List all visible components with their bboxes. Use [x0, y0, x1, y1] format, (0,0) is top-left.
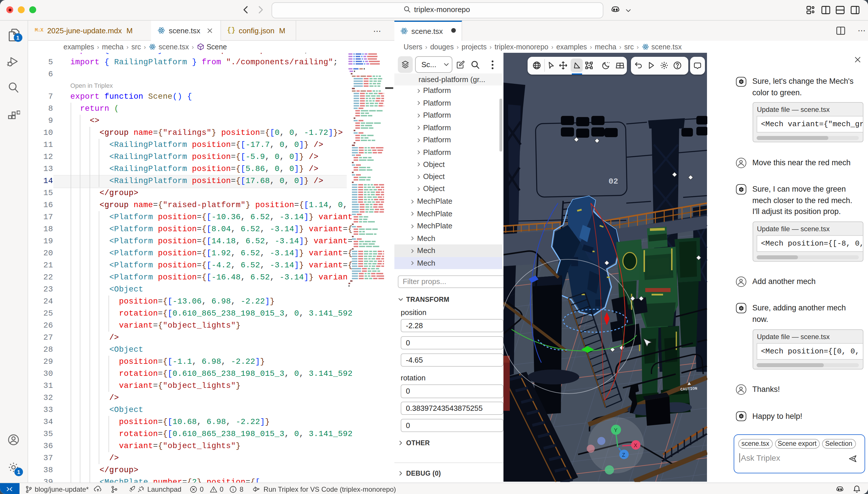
svg-text:X: X	[634, 443, 637, 449]
svg-text:Y: Y	[614, 428, 617, 433]
svg-text:02: 02	[609, 177, 618, 186]
svg-text:Z: Z	[622, 452, 625, 458]
